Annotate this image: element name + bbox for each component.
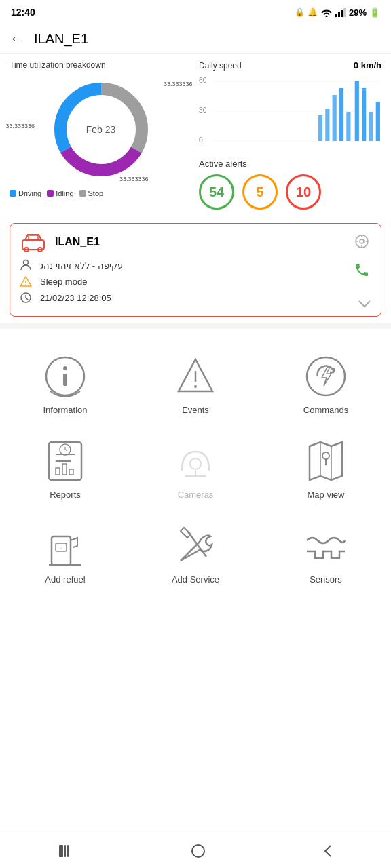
- menu-item-events[interactable]: Events: [130, 342, 261, 427]
- svg-rect-2: [341, 10, 343, 17]
- pct-right: 33.333336: [6, 123, 35, 130]
- alerts-title: Active alerts: [199, 159, 381, 169]
- menu-item-reports[interactable]: Reports: [0, 427, 130, 512]
- vehicle-name: ILAN_E1: [55, 236, 100, 248]
- stats-section: Time utilization breakdown Feb 23 33.333…: [0, 54, 391, 216]
- commands-icon: [304, 355, 348, 398]
- svg-text:60: 60: [199, 77, 207, 84]
- menu-item-information[interactable]: Information: [0, 342, 130, 427]
- svg-rect-64: [192, 845, 204, 857]
- events-label: Events: [182, 405, 209, 415]
- svg-rect-47: [62, 464, 67, 475]
- phone-icon[interactable]: [352, 260, 371, 279]
- svg-point-35: [25, 284, 26, 285]
- pct-top: 33.333336: [164, 81, 193, 87]
- svg-rect-56: [52, 536, 71, 565]
- stop-dot: [79, 190, 86, 197]
- lock-icon: 🔒: [295, 7, 305, 17]
- driving-dot: [10, 190, 16, 197]
- speed-chart-svg: 60 30 0: [199, 75, 381, 156]
- svg-rect-39: [63, 374, 67, 386]
- back-button[interactable]: ←: [10, 30, 24, 47]
- svg-rect-18: [346, 112, 350, 141]
- svg-rect-61: [59, 845, 63, 857]
- alert-orange: 5: [242, 174, 278, 210]
- menu-item-sensors[interactable]: Sensors: [261, 512, 391, 597]
- svg-rect-62: [64, 845, 66, 857]
- cameras-label: Cameras: [178, 490, 214, 500]
- information-icon: [43, 355, 87, 398]
- alarm-icon: 🔔: [308, 7, 318, 17]
- svg-point-33: [24, 260, 29, 265]
- legend-driving: Driving: [10, 189, 41, 197]
- menu-item-cameras: Cameras: [130, 427, 261, 512]
- svg-rect-21: [369, 112, 373, 141]
- locate-icon[interactable]: [352, 232, 371, 251]
- expand-icon[interactable]: [358, 300, 371, 308]
- information-label: Information: [43, 405, 87, 415]
- warning-icon: [20, 275, 33, 288]
- vehicle-actions: [352, 232, 371, 279]
- menu-item-mapview[interactable]: Map view: [261, 427, 391, 512]
- menu-item-addrefuel[interactable]: Add refuel: [0, 512, 130, 597]
- menu-item-addservice[interactable]: Add Service: [130, 512, 261, 597]
- timestamp-row: 21/02/23 12:28:05: [20, 292, 371, 304]
- svg-point-38: [63, 366, 67, 370]
- svg-point-50: [190, 458, 201, 469]
- svg-rect-1: [338, 12, 340, 17]
- speed-header: Daily speed 0 km/h: [199, 60, 381, 71]
- person-icon: [20, 259, 33, 271]
- donut-legend: Driving Idling Stop: [10, 189, 192, 197]
- nav-back-button[interactable]: [309, 837, 347, 865]
- donut-label: Time utilization breakdown: [10, 60, 192, 70]
- status-time: 12:40: [11, 7, 35, 18]
- reports-icon: [43, 439, 87, 483]
- alert-red-count: 10: [296, 184, 311, 200]
- svg-point-42: [307, 357, 345, 395]
- svg-rect-22: [376, 102, 380, 141]
- speed-chart: 60 30 0: [199, 75, 381, 156]
- menu-grid: Information Events Commands: [0, 336, 391, 604]
- vehicle-card-header: ILAN_E1: [20, 232, 371, 252]
- svg-rect-26: [29, 235, 38, 239]
- driving-label: Driving: [18, 189, 41, 197]
- mapview-icon: [304, 439, 348, 483]
- idling-label: Idling: [56, 189, 73, 197]
- svg-rect-63: [67, 845, 69, 857]
- svg-rect-17: [339, 88, 343, 141]
- addrefuel-icon: [43, 524, 87, 568]
- svg-rect-15: [325, 108, 329, 141]
- pct-bottom: 33.333336: [119, 176, 149, 182]
- commands-label: Commands: [303, 405, 348, 415]
- driver-text: עקיפה - ללא זיהוי נהג: [40, 260, 123, 271]
- menu-item-commands[interactable]: Commands: [261, 342, 391, 427]
- alerts-row: 54 5 10: [199, 174, 381, 210]
- alert-red: 10: [286, 174, 321, 210]
- nav-menu-button[interactable]: [44, 840, 88, 863]
- nav-home-button[interactable]: [176, 837, 220, 865]
- svg-rect-14: [318, 115, 322, 141]
- wifi-icon: [320, 7, 333, 17]
- svg-rect-19: [355, 81, 359, 141]
- alert-orange-count: 5: [256, 184, 263, 200]
- donut-chart-container: Time utilization breakdown Feb 23 33.333…: [10, 60, 192, 210]
- speed-value: 0 km/h: [354, 60, 381, 71]
- svg-point-55: [322, 452, 329, 459]
- battery-icon: 🔋: [369, 7, 380, 18]
- svg-rect-48: [69, 469, 73, 475]
- svg-rect-20: [362, 88, 366, 141]
- driver-row: עקיפה - ללא זיהוי נהג: [20, 259, 371, 271]
- sensors-label: Sensors: [310, 574, 342, 585]
- status-text: Sleep mode: [40, 277, 87, 287]
- events-icon: [174, 355, 217, 398]
- section-divider: [0, 323, 391, 329]
- legend-idling: Idling: [47, 189, 73, 197]
- bottom-nav: [0, 833, 391, 868]
- car-icon: [20, 232, 47, 252]
- donut-center-label: Feb 23: [86, 124, 116, 135]
- addservice-label: Add Service: [172, 574, 219, 585]
- speed-container: Daily speed 0 km/h 60 30 0: [199, 60, 381, 210]
- addservice-icon: [174, 524, 217, 568]
- svg-rect-3: [343, 8, 346, 17]
- cameras-icon: [174, 439, 217, 483]
